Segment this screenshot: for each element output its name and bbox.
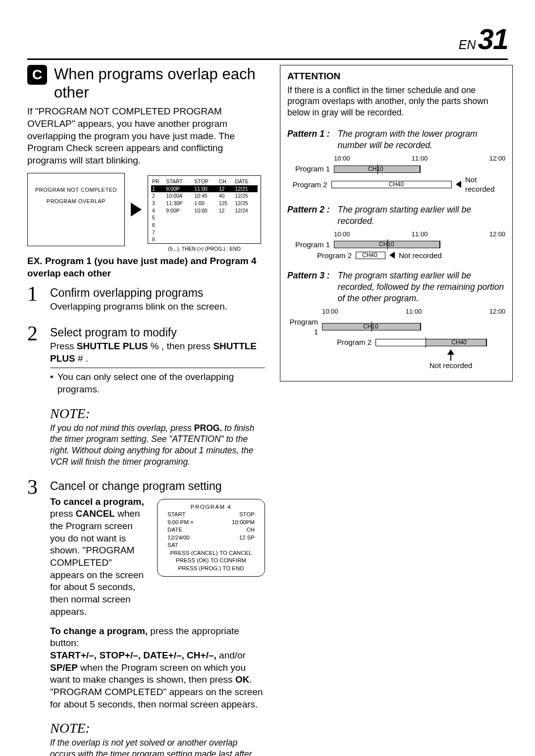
bar-row-p2: Program 2 CH40 xyxy=(287,337,505,347)
time-labels: 10:00 11:00 12:00 xyxy=(287,230,505,239)
table-row: 8 xyxy=(151,236,258,243)
note-text: If the overlap is not yet solved or anot… xyxy=(50,737,265,756)
step-title: Confirm overlapping programs xyxy=(50,286,265,300)
time-labels: 10:00 11:00 12:00 xyxy=(287,308,505,316)
bar-row-p2: Program 2 CH40 Not recorded xyxy=(287,175,505,194)
arrow-up-icon xyxy=(447,349,454,355)
step-text: Press SHUTTLE PLUS % , then press SHUTTL… xyxy=(50,340,265,365)
bar-row-p1: Program 1 CH10 xyxy=(287,164,505,174)
table-row: 6 xyxy=(151,221,258,229)
time-labels: 10:00 11:00 12:00 xyxy=(287,155,505,163)
table-row: 210:00A10:454012/25 xyxy=(151,192,258,200)
cancel-head: To cancel a program, xyxy=(50,496,144,507)
pattern-1: Pattern 1 : The program with the lower p… xyxy=(287,128,505,151)
page: EN 31 C When programs overlap each other… xyxy=(0,0,535,756)
pattern-desc: The program with the lower program numbe… xyxy=(338,128,506,151)
divider xyxy=(50,368,265,368)
pattern-desc: The program starting earlier will be rec… xyxy=(338,204,506,227)
attention-heading: ATTENTION xyxy=(287,70,505,83)
table-row: 311:30P1:0012512/25 xyxy=(151,200,258,207)
pattern-desc: The program starting earlier will be rec… xyxy=(338,270,506,304)
intro-paragraph: If "PROGRAM NOT COMPLETED PROGRAM OVERLA… xyxy=(27,106,265,166)
table-row: 7 xyxy=(151,229,258,236)
bar-row-p1: Program 1 CH10 xyxy=(287,317,505,336)
section-title-text: When programs overlap each other xyxy=(54,65,265,102)
note-2: NOTE: If the overlap is not yet solved o… xyxy=(50,720,265,756)
note-heading: NOTE: xyxy=(50,720,265,736)
program-table: PR START STOP CH DATE 18:00P11:001212/21… xyxy=(151,178,258,243)
arrow-left-icon xyxy=(389,252,395,259)
timeline-1: 10:00 11:00 12:00 Program 1 CH10 Progr xyxy=(287,155,505,194)
left-column: C When programs overlap each other If "P… xyxy=(27,65,265,756)
screens-row: PROGRAM NOT COMPLETED PROGRAM OVERLAP PR… xyxy=(27,173,265,246)
section-title: C When programs overlap each other xyxy=(27,65,265,102)
screen1-line2: PROGRAM OVERLAP xyxy=(28,198,124,205)
right-column: ATTENTION If there is a conflict in the … xyxy=(280,65,513,756)
screen2-footer: (5 , ), THEN (>) (PROG.) : END xyxy=(151,245,258,253)
pattern-label: Pattern 1 : xyxy=(287,128,330,151)
step-2: 2 Select program to modify Press SHUTTLE… xyxy=(27,323,265,396)
table-header-row: PR START STOP CH DATE xyxy=(151,178,258,185)
example-text: EX. Program 1 (you have just made) and P… xyxy=(27,255,265,279)
screen-program-detail: PROGRAM 4 STARTSTOP 9:00 PM =10:00PM DAT… xyxy=(157,499,265,577)
note-heading: NOTE: xyxy=(50,406,265,422)
pattern-label: Pattern 2 : xyxy=(287,204,330,227)
table-row: 18:00P11:001212/21 xyxy=(151,185,258,193)
section-badge: C xyxy=(27,65,47,85)
timeline-3: 10:00 11:00 12:00 Program 1 CH10 Progr xyxy=(287,308,505,370)
bar-row-p2: Program 2 CH40 Not recorded xyxy=(287,251,505,261)
table-row: 5 xyxy=(151,214,258,221)
step-1: 1 Confirm overlapping programs Overlappi… xyxy=(27,283,265,313)
screen-program-check: PR START STOP CH DATE 18:00P11:001212/21… xyxy=(148,175,261,244)
step-text: Overlapping programs blink on the screen… xyxy=(50,301,265,313)
page-header: EN 31 xyxy=(27,22,508,60)
header-en: EN xyxy=(459,38,476,52)
pattern-2: Pattern 2 : The program starting earlier… xyxy=(287,204,505,227)
cancel-row: To cancel a program, press CANCEL when t… xyxy=(50,496,265,618)
attention-box: ATTENTION If there is a conflict in the … xyxy=(280,65,513,381)
timeline-2: 10:00 11:00 12:00 Program 1 CH10 Progr xyxy=(287,230,505,260)
attention-intro: If there is a conflict in the timer sche… xyxy=(287,85,505,118)
bar-row-p1: Program 1 CH10 xyxy=(287,240,505,250)
step-title: Cancel or change program setting xyxy=(50,480,265,493)
change-paragraph: To change a program, press the appropria… xyxy=(50,625,265,711)
arrow-right-icon xyxy=(131,203,142,216)
page-number: 31 xyxy=(478,22,508,55)
table-row: 49:00P10:001212/24 xyxy=(151,207,258,215)
step-bullet: • You can only select one of the overlap… xyxy=(50,371,265,395)
screen1-line1: PROGRAM NOT COMPLETED xyxy=(28,186,124,194)
arrow-left-icon xyxy=(456,181,461,188)
note-1: NOTE: If you do not mind this overlap, p… xyxy=(50,406,265,468)
step-title: Select program to modify xyxy=(50,326,265,339)
note-text: If you do not mind this overlap, press P… xyxy=(50,423,265,468)
pattern-3: Pattern 3 : The program starting earlier… xyxy=(287,270,505,304)
step-number: 1 xyxy=(27,283,42,313)
screen-overlap-msg: PROGRAM NOT COMPLETED PROGRAM OVERLAP xyxy=(27,173,125,246)
screen3-title: PROGRAM 4 xyxy=(161,502,261,511)
pattern-label: Pattern 3 : xyxy=(287,270,330,304)
step-3: 3 Cancel or change program setting To ca… xyxy=(27,477,265,711)
not-recorded-indicator: Not recorded xyxy=(396,349,505,371)
step-number: 3 xyxy=(27,477,42,711)
columns: C When programs overlap each other If "P… xyxy=(27,65,508,756)
step-number: 2 xyxy=(27,323,42,396)
